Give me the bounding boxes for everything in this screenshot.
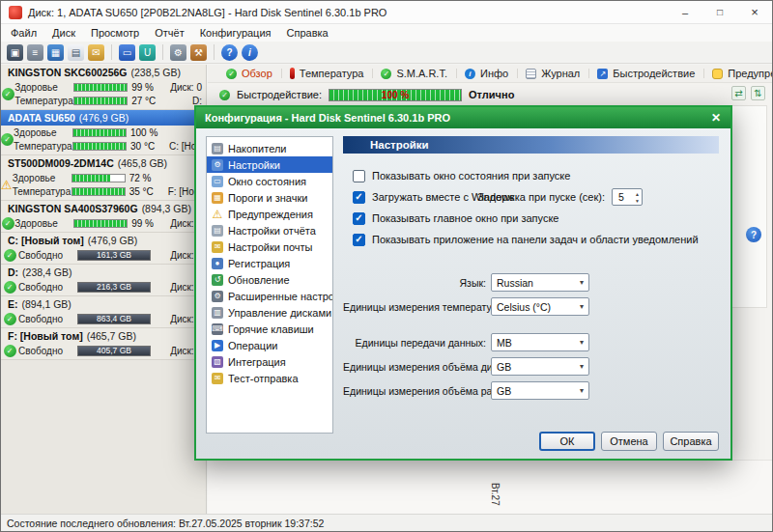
statusbar: Состояние последнего обновления: Вт.27.0… <box>1 514 772 531</box>
config-nav-drives[interactable]: Накопители <box>207 140 332 156</box>
language-select[interactable]: Russian <box>491 273 589 292</box>
transfer-units-select[interactable]: MB <box>491 333 589 351</box>
menu-disk[interactable]: Диск <box>44 27 83 39</box>
config-nav-test-send[interactable]: Тест-отправка <box>207 370 332 386</box>
menu-view[interactable]: Просмотр <box>83 27 147 39</box>
free-space-bar: 216,3 GB <box>77 282 151 293</box>
tab-temperature[interactable]: Температура <box>281 65 373 82</box>
disk-volume-units-select[interactable]: GB <box>491 357 589 376</box>
config-nav-report-settings[interactable]: Настройки отчёта <box>207 222 332 238</box>
window-controls <box>668 1 772 23</box>
temperature-bar <box>72 187 126 196</box>
dialog-close-icon[interactable] <box>705 109 727 126</box>
health-row: Здоровье99 %Диск: 0 <box>14 80 206 94</box>
checkbox-row-status-window: Показывать окно состояния при запуске <box>353 168 719 183</box>
info-icon[interactable] <box>242 44 258 61</box>
config-nav-integration[interactable]: Интеграция <box>207 353 332 370</box>
computer-icon[interactable] <box>7 44 23 61</box>
drives-icon <box>212 143 223 154</box>
config-nav-update[interactable]: Обновление <box>207 271 332 288</box>
tab-overview[interactable]: Обзор <box>217 65 281 82</box>
main-window: Диск: 1, ADATA SU650 [2P0B2L2NA8LG] - Ha… <box>0 0 773 532</box>
report-icon[interactable] <box>68 44 84 61</box>
partition-item-e[interactable]: E:(894,1 GB) Свободно863,4 GBДиск: 3 <box>1 296 206 328</box>
config-nav-status-window[interactable]: Окно состояния <box>207 173 332 189</box>
checkbox-show-status-window[interactable] <box>353 170 365 182</box>
partition-size: (465,7 GB) <box>87 330 136 342</box>
checkbox-show-in-taskbar[interactable]: ✓ <box>353 234 365 246</box>
checkbox-row-show-main-window: ✓ Показывать главное окно при запуске <box>353 210 719 226</box>
maximize-icon[interactable] <box>702 1 737 23</box>
thresholds-icon <box>212 192 223 204</box>
info-icon <box>465 69 475 79</box>
tab-smart[interactable]: S.M.A.R.T. <box>372 65 456 82</box>
background-band: Вт.27 <box>208 460 772 514</box>
disk-item-st500dm009[interactable]: ST500DM009-2DM14C(465,8 GB) Здоровье72 %… <box>1 155 206 201</box>
arrows-vertical-icon[interactable]: ⇅ <box>751 86 765 100</box>
menu-help[interactable]: Справка <box>279 27 336 39</box>
help-circle-icon[interactable] <box>746 227 761 242</box>
help-icon[interactable] <box>221 44 238 61</box>
config-nav-thresholds[interactable]: Пороги и значки <box>207 189 332 206</box>
config-nav-hotkeys[interactable]: Горячие клавиши <box>207 321 332 337</box>
check-icon <box>226 69 237 79</box>
free-space-bar: 863,4 GB <box>77 314 151 324</box>
close-icon[interactable] <box>737 1 772 23</box>
free-space-row: Свободно405,7 GBДиск: 2 <box>18 344 206 357</box>
monitor-icon[interactable] <box>119 44 135 61</box>
mail-icon[interactable] <box>88 44 104 61</box>
partition-item-c[interactable]: C: [Новый том](476,9 GB) Свободно161,3 G… <box>1 233 206 265</box>
partition-item-f[interactable]: F: [Новый том](465,7 GB) Свободно405,7 G… <box>1 328 206 360</box>
disk-item-adata-su650[interactable]: ADATA SU650(476,9 GB) Здоровье100 %Диск:… <box>1 110 206 155</box>
menu-file[interactable]: Файл <box>3 27 44 39</box>
tab-info[interactable]: Инфо <box>456 65 517 82</box>
spinner-arrows-icon[interactable]: ▲▼ <box>635 191 640 204</box>
minimize-icon[interactable] <box>668 1 702 23</box>
config-nav-advanced[interactable]: Расширенные настройки <box>207 288 332 304</box>
config-nav-mail-settings[interactable]: Настройки почты <box>207 238 332 255</box>
partition-name: F: [Новый том] <box>8 330 83 342</box>
status-warning-icon <box>1 179 13 191</box>
config-nav-operations[interactable]: Операции <box>207 337 332 353</box>
config-nav-registration[interactable]: Регистрация <box>207 255 332 271</box>
gear-icon[interactable] <box>170 44 186 61</box>
menu-configuration[interactable]: Конфигурация <box>192 27 279 39</box>
config-nav-alerts[interactable]: Предупреждения <box>207 206 332 222</box>
usb-icon[interactable] <box>139 44 156 61</box>
health-row: Здоровье99 %Диск: 3 <box>14 216 206 230</box>
config-nav-settings[interactable]: Настройки <box>207 156 332 173</box>
config-nav-disk-management[interactable]: Управление дисками <box>207 304 332 321</box>
startup-delay-spinner[interactable]: 5▲▼ <box>612 188 643 206</box>
ok-button[interactable]: ОК <box>539 432 595 451</box>
disk-item-kingston-sa400[interactable]: KINGSTON SA400S37960G(894,3 GB) Здоровье… <box>1 201 206 233</box>
update-icon <box>212 274 223 286</box>
panel-arrow-buttons: ⇄ ⇅ <box>731 86 765 100</box>
cancel-button[interactable]: Отмена <box>601 432 657 451</box>
checkbox-show-main-window[interactable]: ✓ <box>353 212 365 225</box>
temperature-units-select[interactable]: Celsius (°C) <box>491 297 589 316</box>
config-settings-panel: Настройки Показывать окно состояния при … <box>343 136 719 451</box>
tab-alerts[interactable]: Предупреждения <box>703 65 773 82</box>
tools-icon[interactable] <box>190 44 207 61</box>
status-ok-icon <box>2 217 14 230</box>
partition-volume-units-select[interactable]: GB <box>491 381 589 400</box>
disk-item-kingston-skc600[interactable]: KINGSTON SKC600256G(238,5 GB) Здоровье99… <box>1 65 206 110</box>
partition-size: (894,1 GB) <box>22 298 72 310</box>
log-icon <box>526 69 536 79</box>
help-button[interactable]: Справка <box>663 432 719 451</box>
chevron-down-icon <box>580 386 584 395</box>
arrows-horizontal-icon[interactable]: ⇄ <box>731 86 746 100</box>
disk-stack-icon[interactable] <box>27 44 43 61</box>
dialog-titlebar[interactable]: Конфигурация - Hard Disk Sentinel 6.30.1… <box>196 107 730 128</box>
disk-size: (465,8 GB) <box>118 157 167 169</box>
tab-log[interactable]: Журнал <box>517 65 588 82</box>
status-ok-icon <box>4 345 16 357</box>
operations-icon <box>212 340 223 351</box>
partition-item-d[interactable]: D:(238,4 GB) Свободно216,3 GBДиск: 0 <box>1 265 206 296</box>
chevron-down-icon <box>580 278 584 287</box>
checkbox-load-with-windows[interactable]: ✓ <box>353 191 365 204</box>
tab-performance[interactable]: Быстродействие <box>588 65 703 82</box>
surface-test-icon[interactable] <box>47 44 64 61</box>
disk-list: KINGSTON SKC600256G(238,5 GB) Здоровье99… <box>1 65 207 514</box>
menu-report[interactable]: Отчёт <box>147 27 191 39</box>
